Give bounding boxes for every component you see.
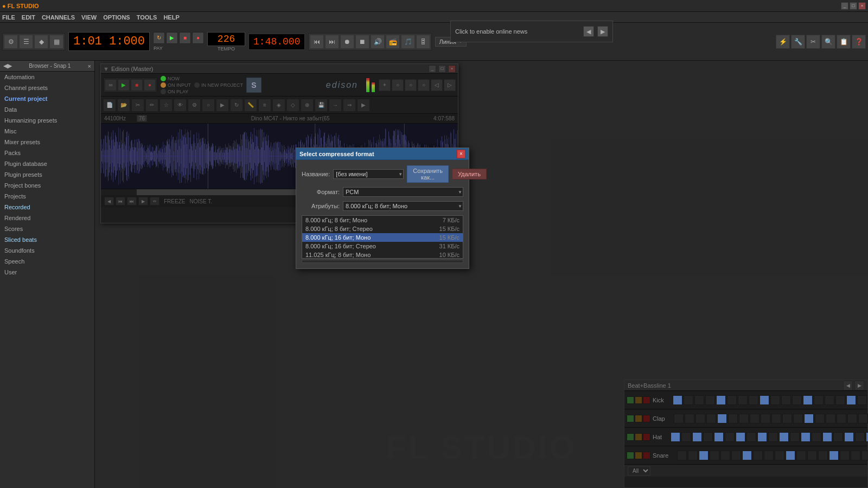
toolbar-icon-2[interactable]: ☰: [19, 35, 33, 49]
sidebar-nav-btn-2[interactable]: ▶: [8, 62, 12, 69]
fx-btn-1[interactable]: ⏮: [310, 35, 324, 49]
menu-edit[interactable]: EDIT: [22, 14, 35, 21]
dialog-title: Select compressed format: [299, 151, 457, 157]
dialog-format-row: Формат: PCM ▼: [302, 187, 463, 197]
right-btn-5[interactable]: 📋: [837, 35, 851, 49]
fx-toolbar: ⏮ ⏭ ⏺ ⏹ 🔊 📻 🎵 🎛: [308, 33, 432, 50]
attr-item-3-size: 31 КБ/с: [439, 243, 459, 249]
bpm-display: 226: [207, 32, 245, 46]
sidebar-item-plugin-database[interactable]: Plugin database: [0, 158, 94, 169]
beat-counter: 1:48.000: [248, 34, 305, 50]
dialog-titlebar: Select compressed format ×: [296, 148, 469, 160]
fx-btn-8[interactable]: 🎛: [416, 35, 430, 49]
menu-file[interactable]: FILE: [2, 14, 15, 21]
right-btn-6[interactable]: ❓: [852, 35, 866, 49]
dialog-format-select[interactable]: PCM: [343, 187, 463, 197]
loop-button[interactable]: ↻: [153, 32, 165, 44]
news-next-button[interactable]: ▶: [597, 26, 608, 37]
pay-label: PAY: [153, 45, 163, 52]
sidebar-item-packs[interactable]: Packs: [0, 147, 94, 158]
fx-btn-3[interactable]: ⏺: [340, 35, 354, 49]
menu-channels[interactable]: CHANNELS: [42, 14, 75, 21]
menu-tools[interactable]: TOOLS: [137, 14, 157, 21]
sidebar-item-project-bones[interactable]: Project bones: [0, 180, 94, 191]
menu-view[interactable]: VIEW: [81, 14, 97, 21]
sidebar-item-automation[interactable]: Automation: [0, 72, 94, 82]
menu-help[interactable]: HELP: [163, 14, 179, 21]
sidebar-item-soundfonts[interactable]: Soundfonts: [0, 245, 94, 256]
titlebar: ● FL STUDIO _ □ ×: [0, 0, 868, 12]
sidebar-header: ◀ ▶ Browser - Snap 1 ×: [0, 61, 94, 72]
main-toolbar: ⚙ ☰ ◆ ▦: [2, 33, 65, 50]
toolbar-icon-1[interactable]: ⚙: [4, 35, 18, 49]
browser-sidebar: ◀ ▶ Browser - Snap 1 × Automation Channe…: [0, 61, 95, 488]
sidebar-item-misc[interactable]: Misc: [0, 126, 94, 137]
attr-item-3[interactable]: 8.000 кГц; 16 бит; Стерео 31 КБ/с: [302, 242, 463, 251]
sidebar-item-mixer-presets[interactable]: Mixer presets: [0, 137, 94, 147]
sidebar-item-user[interactable]: User: [0, 267, 94, 278]
fx-btn-6[interactable]: 📻: [386, 35, 400, 49]
sidebar-item-projects[interactable]: Projects: [0, 191, 94, 202]
sidebar-item-plugin-presets[interactable]: Plugin presets: [0, 169, 94, 180]
dialog-attr-select[interactable]: 8.000 кГц; 8 бит; Моно: [343, 201, 463, 211]
dialog-attr-selected-container: 8.000 кГц; 8 бит; Моно ▼: [343, 201, 463, 211]
time-display: 1:01 1:000: [68, 32, 150, 51]
dialog-close-button[interactable]: ×: [457, 150, 465, 158]
sidebar-title: Browser - Snap 1: [12, 63, 88, 69]
attr-item-2[interactable]: 8.000 кГц; 16 бит; Моно 15 КБ/с: [302, 233, 463, 242]
maximize-button[interactable]: □: [850, 2, 857, 10]
attr-item-4[interactable]: 11.025 кГц; 8 бит; Моно 10 КБ/с: [302, 251, 463, 259]
close-button[interactable]: ×: [858, 2, 866, 10]
sidebar-item-speech[interactable]: Speech: [0, 256, 94, 267]
fx-btn-5[interactable]: 🔊: [371, 35, 385, 49]
menu-options[interactable]: OPTIONS: [103, 14, 130, 21]
attr-item-4-size: 10 КБ/с: [439, 252, 459, 258]
news-text: Click to enable online news: [455, 28, 580, 35]
sidebar-nav-btn-1[interactable]: ◀: [3, 62, 8, 69]
dialog-body: Название: [без имени] ▼ Сохранить как...…: [296, 160, 469, 268]
right-btn-1[interactable]: ⚡: [776, 35, 790, 49]
dialog-save-as-button[interactable]: Сохранить как...: [407, 165, 449, 183]
attr-item-2-size: 15 КБ/с: [439, 234, 459, 241]
attr-item-0[interactable]: 8.000 кГц; 8 бит; Моно 7 КБ/с: [302, 216, 463, 224]
dialog-attr-list[interactable]: 8.000 кГц; 8 бит; Моно 7 КБ/с 8.000 кГц;…: [302, 215, 463, 259]
attr-item-1-size: 15 КБ/с: [439, 226, 459, 232]
fx-btn-4[interactable]: ⏹: [355, 35, 369, 49]
transport-bar: ⚙ ☰ ◆ ▦ 1:01 1:000 ↻ ▶ ■ ● PAY 226 TEMPO…: [0, 23, 868, 61]
minimize-button[interactable]: _: [841, 2, 848, 10]
dialog-overlay[interactable]: [95, 61, 868, 488]
toolbar-icon-3[interactable]: ◆: [34, 35, 48, 49]
news-prev-button[interactable]: ◀: [583, 26, 594, 37]
dialog-name-dropdown-container: [без имени] ▼: [333, 169, 404, 179]
stop-button[interactable]: ■: [179, 32, 191, 44]
dialog-delete-button[interactable]: Удалить: [452, 169, 487, 179]
dialog-name-label: Название:: [302, 171, 330, 177]
sidebar-item-humanizing-presets[interactable]: Humanizing presets: [0, 115, 94, 126]
record-button[interactable]: ●: [192, 32, 204, 44]
sidebar-item-scores[interactable]: Scores: [0, 223, 94, 234]
play-button[interactable]: ▶: [166, 32, 178, 44]
right-btn-4[interactable]: 🔍: [821, 35, 835, 49]
fx-btn-7[interactable]: 🎵: [401, 35, 415, 49]
sidebar-close-btn[interactable]: ×: [88, 63, 91, 69]
main-content: FL STUDIO ▼ Edison (Master) _ □ × ∞ ▶ ■ …: [95, 61, 868, 488]
toolbar-icon-4[interactable]: ▦: [49, 35, 63, 49]
attr-item-4-label: 11.025 кГц; 8 бит; Моно: [305, 252, 371, 258]
fx-btn-2[interactable]: ⏭: [325, 35, 339, 49]
right-btn-2[interactable]: 🔧: [791, 35, 805, 49]
tempo-label: TEMPO: [218, 46, 235, 52]
attr-item-1[interactable]: 8.000 кГц; 8 бит; Стерео 15 КБ/с: [302, 224, 463, 233]
right-btn-3[interactable]: ✂: [806, 35, 820, 49]
dialog-attr-row: Атрибуты: 8.000 кГц; 8 бит; Моно ▼: [302, 201, 463, 211]
sidebar-item-recorded[interactable]: Recorded: [0, 202, 94, 213]
select-format-dialog: Select compressed format × Название: [бе…: [296, 147, 469, 269]
menubar: FILE EDIT CHANNELS VIEW OPTIONS TOOLS HE…: [0, 12, 868, 23]
sidebar-item-channel-presets[interactable]: Channel presets: [0, 82, 94, 93]
dialog-name-row: Название: [без имени] ▼ Сохранить как...…: [302, 165, 463, 183]
dialog-name-select[interactable]: [без имени]: [333, 169, 404, 179]
attr-item-0-label: 8.000 кГц; 8 бит; Моно: [305, 217, 367, 223]
sidebar-item-sliced-beats[interactable]: Sliced beats: [0, 234, 94, 245]
sidebar-item-data[interactable]: Data: [0, 104, 94, 115]
sidebar-item-rendered[interactable]: Rendered: [0, 213, 94, 223]
sidebar-item-current-project[interactable]: Current project: [0, 93, 94, 104]
